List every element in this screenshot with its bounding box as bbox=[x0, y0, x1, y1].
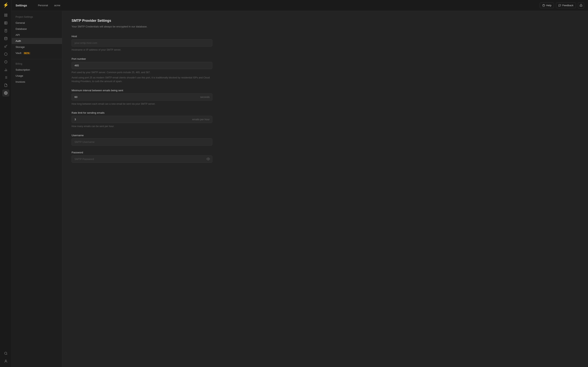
username-label: Username bbox=[72, 134, 212, 137]
password-toggle-button[interactable] bbox=[207, 157, 210, 161]
password-section: Password bbox=[72, 151, 212, 163]
svg-rect-3 bbox=[6, 16, 7, 17]
rate-limit-input-wrapper: emails per hour bbox=[72, 116, 212, 123]
billing-title: Billing bbox=[12, 62, 62, 67]
rate-limit-input[interactable] bbox=[72, 116, 212, 123]
port-input[interactable] bbox=[72, 62, 212, 69]
interval-section: Minimum interval between emails being se… bbox=[72, 89, 212, 106]
nav-chart-icon[interactable] bbox=[2, 66, 9, 73]
nav-feedback-icon[interactable] bbox=[2, 58, 9, 65]
feedback-label: Feedback bbox=[562, 4, 573, 7]
svg-point-25 bbox=[5, 93, 6, 94]
svg-point-13 bbox=[4, 46, 6, 48]
sidebar-item-auth[interactable]: Auth bbox=[12, 38, 62, 44]
password-input-wrapper bbox=[72, 156, 212, 163]
help-button[interactable]: Help bbox=[540, 2, 554, 8]
sidebar-item-general[interactable]: General bbox=[12, 20, 62, 26]
nav-user-icon[interactable] bbox=[2, 358, 9, 365]
svg-point-12 bbox=[4, 37, 7, 38]
nav-auth-icon[interactable] bbox=[2, 27, 9, 34]
svg-rect-8 bbox=[5, 29, 7, 32]
svg-rect-0 bbox=[4, 14, 5, 15]
app-title: Settings bbox=[16, 4, 27, 7]
sidebar-item-storage[interactable]: Storage bbox=[12, 44, 62, 50]
svg-point-28 bbox=[5, 360, 6, 361]
nav-key-icon[interactable] bbox=[2, 43, 9, 50]
form-description: Your SMTP Credentials will always be enc… bbox=[72, 25, 212, 29]
interval-input-wrapper: seconds bbox=[72, 93, 212, 100]
content-area: Project Settings General Database API Au… bbox=[12, 11, 588, 367]
password-label: Password bbox=[72, 151, 212, 154]
username-input[interactable] bbox=[72, 138, 212, 146]
nav-search-icon[interactable] bbox=[2, 350, 9, 357]
sidebar-item-invoices[interactable]: Invoices bbox=[12, 79, 62, 85]
nav-settings-icon[interactable] bbox=[2, 90, 9, 97]
app-logo[interactable]: ⚡ bbox=[3, 2, 9, 8]
host-label: Host bbox=[72, 35, 212, 38]
vault-beta-badge: BETA bbox=[23, 52, 30, 54]
sidebar-item-subscription[interactable]: Subscription bbox=[12, 67, 62, 73]
help-label: Help bbox=[546, 4, 551, 7]
port-help1: Port used by your SMTP server. Common po… bbox=[72, 71, 212, 74]
nav-doc-icon[interactable] bbox=[2, 82, 9, 89]
topnav: Settings Personal acme Help Feedback bbox=[12, 0, 588, 11]
rate-limit-help: How many emails can be sent per hour. bbox=[72, 125, 212, 128]
nav-box-icon[interactable] bbox=[2, 50, 9, 58]
username-section: Username bbox=[72, 134, 212, 146]
nav-list-icon[interactable] bbox=[2, 74, 9, 81]
svg-rect-2 bbox=[4, 16, 5, 17]
password-input[interactable] bbox=[72, 156, 212, 163]
feedback-button[interactable]: Feedback bbox=[556, 2, 576, 8]
interval-label: Minimum interval between emails being se… bbox=[72, 89, 212, 92]
form-panel: SMTP Provider Settings Your SMTP Credent… bbox=[62, 11, 588, 367]
project-settings-title: Project Settings bbox=[12, 16, 62, 20]
host-help: Hostname or IP address of your SMTP serv… bbox=[72, 48, 212, 52]
svg-rect-1 bbox=[6, 14, 7, 15]
port-section: Port number Port used by your SMTP serve… bbox=[72, 58, 212, 83]
left-sidebar: Project Settings General Database API Au… bbox=[12, 11, 62, 367]
form-header: SMTP Provider Settings Your SMTP Credent… bbox=[72, 19, 212, 29]
rate-limit-section: Rate limit for sending emails emails per… bbox=[72, 111, 212, 128]
interval-help: How long between each email can a new em… bbox=[72, 102, 212, 106]
port-label: Port number bbox=[72, 58, 212, 60]
host-section: Host Hostname or IP address of your SMTP… bbox=[72, 35, 212, 52]
nav-table-icon[interactable] bbox=[2, 19, 9, 26]
nav-home-icon[interactable] bbox=[2, 12, 9, 19]
icon-sidebar: ⚡ bbox=[0, 0, 12, 367]
sidebar-item-vault[interactable]: Vault BETA bbox=[12, 50, 62, 56]
tab-acme[interactable]: acme bbox=[51, 3, 64, 8]
svg-point-31 bbox=[208, 158, 209, 159]
sidebar-item-usage[interactable]: Usage bbox=[12, 73, 62, 79]
host-input[interactable] bbox=[72, 39, 212, 47]
port-help2: Avoid using port 25 as modern SMTP email… bbox=[72, 76, 212, 83]
sidebar-item-database[interactable]: Database bbox=[12, 26, 62, 32]
svg-line-27 bbox=[6, 354, 7, 355]
sidebar-divider bbox=[12, 59, 62, 59]
form-title: SMTP Provider Settings bbox=[72, 19, 212, 23]
tab-personal[interactable]: Personal bbox=[35, 3, 51, 8]
nav-storage-icon[interactable] bbox=[2, 35, 9, 42]
rate-limit-label: Rate limit for sending emails bbox=[72, 111, 212, 114]
interval-input[interactable] bbox=[72, 93, 212, 100]
svg-point-26 bbox=[4, 352, 7, 354]
nav-actions: Help Feedback bbox=[540, 2, 584, 8]
notifications-button[interactable] bbox=[578, 2, 584, 8]
sidebar-item-api[interactable]: API bbox=[12, 32, 62, 38]
nav-tabs: Personal acme bbox=[35, 3, 63, 8]
svg-rect-4 bbox=[4, 22, 7, 24]
